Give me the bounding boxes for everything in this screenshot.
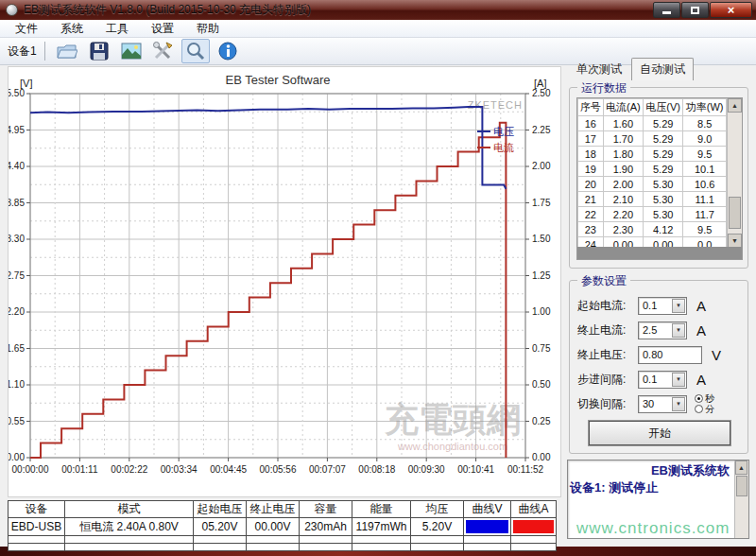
- summary-header-row: 设备模式起始电压终止电压容量能量均压曲线V曲线A: [9, 501, 557, 518]
- scrollbar-thumb[interactable]: [736, 476, 747, 496]
- column-header: 容量: [300, 501, 352, 518]
- svg-text:00:00:00: 00:00:00: [12, 464, 49, 475]
- tab-auto-test[interactable]: 自动测试: [631, 58, 694, 80]
- tab-strip: 单次测试自动测试: [569, 61, 696, 80]
- svg-text:1.25: 1.25: [532, 270, 551, 281]
- info-button[interactable]: [214, 39, 242, 63]
- table-row[interactable]: 202.005.3010.6: [578, 177, 727, 192]
- scroll-up-button[interactable]: ▲: [728, 98, 742, 113]
- cell: 1.90: [603, 162, 643, 177]
- svg-text:EB Tester Software: EB Tester Software: [225, 73, 330, 87]
- cell: 16: [578, 116, 604, 131]
- table-row[interactable]: 181.805.299.5: [578, 147, 727, 162]
- menu-item-tools[interactable]: 工具: [94, 19, 140, 39]
- cell: 4.12: [644, 222, 683, 237]
- radio-option-seconds[interactable]: 秒: [695, 393, 714, 404]
- run-data-hscrollbar[interactable]: [577, 247, 742, 259]
- cell: [247, 544, 300, 551]
- summary-empty-row: [9, 544, 557, 551]
- menu-item-file[interactable]: 文件: [4, 19, 49, 39]
- close-button[interactable]: ×: [710, 2, 752, 18]
- radio-icon: [695, 405, 703, 413]
- run-data-scrollbar[interactable]: ▲ ▼: [727, 98, 742, 248]
- unit-label: A: [696, 322, 706, 339]
- end-current-combo[interactable]: 2.5▼: [638, 321, 687, 339]
- menu-bar: 文件系统工具设置帮助: [0, 20, 756, 38]
- svg-text:00:05:56: 00:05:56: [260, 464, 297, 475]
- export-image-button[interactable]: [117, 39, 146, 63]
- cell: [511, 518, 557, 536]
- menu-item-settings[interactable]: 设置: [140, 19, 185, 39]
- chevron-down-icon[interactable]: ▼: [672, 397, 685, 411]
- zoom-button[interactable]: [181, 39, 210, 63]
- svg-text:充電頭網: 充電頭網: [384, 400, 521, 439]
- cell: 11.7: [683, 207, 727, 222]
- chevron-down-icon[interactable]: ▼: [672, 299, 685, 313]
- menu-item-help[interactable]: 帮助: [185, 19, 231, 39]
- svg-text:3.30: 3.30: [9, 234, 25, 244]
- scroll-down-button[interactable]: ▼: [728, 234, 742, 248]
- cell: 1197mWh: [352, 518, 411, 536]
- start-button[interactable]: 开始: [589, 421, 730, 445]
- cell: [464, 518, 511, 536]
- table-row[interactable]: 232.304.129.5: [578, 222, 727, 237]
- window-title: EB测试系统软件 V1.8.0 (Build 2015-10-30 充电头特别版…: [24, 2, 311, 18]
- params-group-title: 参数设置: [577, 273, 630, 289]
- svg-text:5.50: 5.50: [9, 88, 25, 98]
- scrollbar-thumb[interactable]: [729, 197, 741, 229]
- cell: 21: [578, 192, 604, 207]
- cell: [464, 544, 511, 551]
- curve-v-swatch: [466, 520, 508, 533]
- chevron-down-icon[interactable]: ▼: [672, 373, 685, 387]
- cell: [300, 536, 352, 544]
- minimize-button[interactable]: [653, 2, 680, 18]
- params-group: 参数设置 起始电流:0.1▼A终止电流:2.5▼A终止电压:0.80V步进间隔:…: [569, 280, 748, 454]
- param-label: 终止电压:: [577, 347, 638, 363]
- run-data-group-title: 运行数据: [577, 80, 630, 96]
- scroll-up-button[interactable]: ▲: [735, 460, 747, 475]
- interval-unit-radio-group: 秒分: [695, 393, 714, 414]
- table-row[interactable]: 222.205.3011.7: [578, 207, 727, 222]
- maximize-button[interactable]: [681, 2, 709, 18]
- start-current-combo[interactable]: 0.1▼: [638, 297, 687, 315]
- settings-tools-button[interactable]: [149, 39, 178, 63]
- svg-text:00:03:34: 00:03:34: [161, 464, 198, 475]
- run-data-grid[interactable]: 序号电流(A)电压(V)功率(W)161.605.298.5171.705.29…: [576, 97, 743, 260]
- svg-text:00:11:52: 00:11:52: [507, 464, 544, 475]
- end-voltage-input[interactable]: 0.80: [638, 346, 702, 364]
- table-row[interactable]: 171.705.299.0: [578, 131, 727, 147]
- device-label: 设备1: [8, 43, 37, 60]
- param-row-start-current: 起始电流:0.1▼A: [577, 296, 706, 315]
- table-row[interactable]: 212.105.3011.1: [578, 192, 727, 207]
- svg-text:1.75: 1.75: [532, 198, 551, 208]
- svg-text:1.50: 1.50: [532, 234, 551, 244]
- cell: [9, 536, 65, 544]
- table-row[interactable]: 161.605.298.5: [578, 116, 727, 131]
- param-row-end-current: 终止电流:2.5▼A: [577, 321, 706, 339]
- info-icon: [218, 42, 237, 61]
- svg-text:2.25: 2.25: [532, 125, 551, 135]
- tab-single-test[interactable]: 单次测试: [569, 59, 629, 80]
- curve-a-swatch: [513, 520, 554, 533]
- cell: 5.30: [644, 192, 683, 207]
- svg-text:3.85: 3.85: [9, 198, 25, 208]
- unit-label: A: [696, 298, 706, 314]
- svg-text:0.00: 0.00: [9, 452, 25, 462]
- column-header: 起始电压: [194, 501, 247, 518]
- svg-text:0.00: 0.00: [532, 452, 551, 462]
- tools-icon: [153, 42, 174, 61]
- menu-item-system[interactable]: 系统: [49, 19, 94, 39]
- switch-interval-combo[interactable]: 30▼: [638, 395, 687, 413]
- run-data-group: 运行数据 序号电流(A)电压(V)功率(W)161.605.298.5171.7…: [569, 87, 748, 269]
- step-interval-combo[interactable]: 0.1▼: [638, 371, 687, 389]
- save-button[interactable]: [85, 39, 113, 63]
- radio-option-minutes[interactable]: 分: [695, 404, 714, 414]
- cell: [511, 544, 557, 551]
- svg-text:2.00: 2.00: [532, 161, 551, 171]
- table-row[interactable]: 191.905.2910.1: [578, 162, 727, 177]
- save-icon: [90, 42, 109, 61]
- cell: [194, 544, 247, 551]
- chevron-down-icon[interactable]: ▼: [672, 323, 685, 338]
- open-folder-button[interactable]: [53, 39, 81, 63]
- param-row-switch-interval: 切换间隔:30▼秒分: [577, 394, 714, 413]
